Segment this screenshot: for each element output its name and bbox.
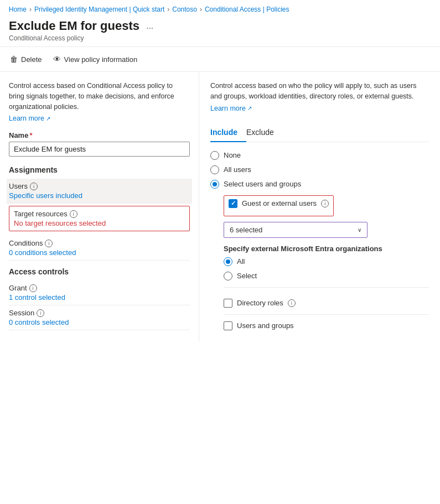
access-controls-title: Access controls <box>9 267 190 276</box>
radio-all-users-label: All users <box>224 165 251 174</box>
radio-select-orgs-circle <box>224 272 232 280</box>
directory-roles-info-icon: i <box>288 299 296 307</box>
selected-count-dropdown[interactable]: 6 selected ∨ <box>224 222 367 238</box>
main-content: Control access based on Conditional Acce… <box>0 72 440 341</box>
radio-none-circle <box>210 151 219 160</box>
users-and-groups-label: Users and groups <box>237 321 294 330</box>
specify-title: Specify external Microsoft Entra organiz… <box>224 245 429 253</box>
target-resources-value[interactable]: No target resources selected <box>14 219 185 227</box>
page-title: Exclude EM for guests <box>9 19 139 33</box>
users-info-icon: i <box>30 183 38 190</box>
divider-2 <box>224 314 429 315</box>
users-label: Users <box>9 182 28 190</box>
conditions-info-icon: i <box>45 240 53 247</box>
divider-1 <box>224 287 429 288</box>
external-link-icon: ↗ <box>46 116 50 122</box>
left-learn-more[interactable]: Learn more ↗ <box>9 115 50 122</box>
target-resources-label: Target resources <box>14 210 68 218</box>
guest-external-label: Guest or external users <box>242 199 317 207</box>
select-users-options: ✓ Guest or external users i 6 selected ∨… <box>224 195 429 332</box>
radio-all-orgs-circle <box>224 257 232 266</box>
delete-button[interactable]: 🗑 Delete <box>9 53 43 66</box>
radio-all-orgs-label: All <box>237 257 245 266</box>
view-policy-button[interactable]: 👁 View policy information <box>52 53 139 66</box>
radio-select-users[interactable]: Select users and groups <box>210 180 429 189</box>
right-learn-more[interactable]: Learn more ↗ <box>210 105 252 112</box>
left-description: Control access based on Conditional Acce… <box>9 81 190 112</box>
session-info-icon: i <box>37 309 44 317</box>
name-input[interactable] <box>9 142 190 157</box>
radio-select-orgs-label: Select <box>237 272 257 280</box>
chevron-down-icon: ∨ <box>358 227 361 233</box>
conditions-section: Conditions i 0 conditions selected <box>9 236 190 261</box>
radio-all-orgs[interactable]: All <box>224 257 429 266</box>
target-resources-info-icon: i <box>70 210 77 218</box>
guest-external-row: ✓ Guest or external users i <box>229 199 329 208</box>
name-label: Name* <box>9 131 190 139</box>
toolbar: 🗑 Delete 👁 View policy information <box>0 47 440 72</box>
more-options-button[interactable]: ... <box>144 20 156 32</box>
entra-orgs-radio-group: All Select <box>224 257 429 280</box>
page-subtitle: Conditional Access policy <box>9 34 431 42</box>
tab-exclude[interactable]: Exclude <box>246 123 283 142</box>
user-type-radio-group: None All users Select users and groups <box>210 151 429 189</box>
target-resources-assignment[interactable]: Target resources i No target resources s… <box>9 206 190 231</box>
radio-select-users-circle <box>210 180 219 189</box>
radio-select-orgs[interactable]: Select <box>224 272 429 280</box>
breadcrumb-pim[interactable]: Privileged Identity Management | Quick s… <box>34 6 164 13</box>
tabs: Include Exclude <box>210 123 429 142</box>
conditions-label: Conditions <box>9 239 43 247</box>
breadcrumb: Home › Privileged Identity Management | … <box>0 0 440 17</box>
breadcrumb-ca-policies[interactable]: Conditional Access | Policies <box>205 6 289 13</box>
selected-count-text: 6 selected <box>230 226 262 234</box>
delete-icon: 🗑 <box>10 55 18 64</box>
radio-none-label: None <box>224 151 241 159</box>
users-and-groups-checkbox[interactable]: Users and groups <box>224 319 429 332</box>
conditions-value[interactable]: 0 conditions selected <box>9 248 190 257</box>
breadcrumb-contoso[interactable]: Contoso <box>172 6 197 13</box>
page-header: Exclude EM for guests ... Conditional Ac… <box>0 17 440 47</box>
grant-info-icon: i <box>29 284 37 292</box>
right-description: Control access based on who the policy w… <box>210 81 429 102</box>
directory-roles-checkbox-box <box>224 299 232 308</box>
delete-label: Delete <box>21 55 42 64</box>
grant-section: Grant i 1 control selected <box>9 280 190 305</box>
breadcrumb-home[interactable]: Home <box>9 6 27 13</box>
eye-icon: 👁 <box>53 55 61 64</box>
session-label: Session <box>9 309 34 317</box>
left-panel: Control access based on Conditional Acce… <box>0 72 199 341</box>
checkmark-icon: ✓ <box>231 200 236 207</box>
grant-value[interactable]: 1 control selected <box>9 293 190 302</box>
grant-label: Grant <box>9 284 27 292</box>
guest-info-icon: i <box>321 200 329 207</box>
session-section: Session i 0 controls selected <box>9 305 190 330</box>
right-external-link-icon: ↗ <box>247 105 252 111</box>
radio-all-users[interactable]: All users <box>210 165 429 174</box>
right-panel: Control access based on who the policy w… <box>199 72 440 341</box>
guest-external-checkbox-box: ✓ <box>229 199 237 208</box>
assignments-title: Assignments <box>9 165 190 174</box>
users-and-groups-checkbox-box <box>224 321 232 330</box>
view-policy-label: View policy information <box>64 55 138 64</box>
radio-none[interactable]: None <box>210 151 429 160</box>
radio-select-users-label: Select users and groups <box>224 180 301 188</box>
session-value[interactable]: 0 controls selected <box>9 318 190 326</box>
radio-all-users-circle <box>210 165 219 174</box>
directory-roles-label: Directory roles <box>237 299 283 307</box>
users-value[interactable]: Specific users included <box>9 191 190 200</box>
guest-external-checkbox[interactable]: ✓ Guest or external users i <box>229 199 329 208</box>
tab-include[interactable]: Include <box>210 123 246 142</box>
directory-roles-checkbox[interactable]: Directory roles i <box>224 297 429 310</box>
users-assignment[interactable]: Users i Specific users included <box>7 179 192 204</box>
